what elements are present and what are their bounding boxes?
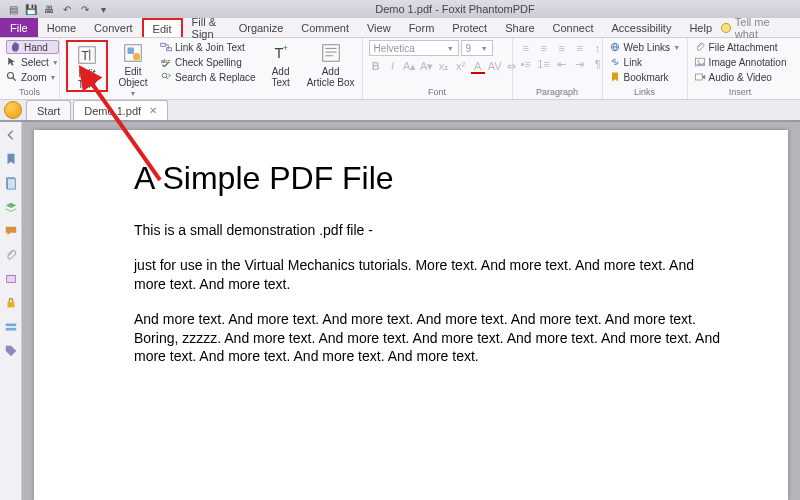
bookmark-button[interactable]: Bookmark bbox=[609, 70, 680, 84]
qat-print-icon[interactable]: 🖶 bbox=[42, 2, 56, 16]
font-color-button[interactable]: A bbox=[471, 60, 485, 74]
indent-button[interactable]: ⇥ bbox=[573, 58, 587, 71]
qat-undo-icon[interactable]: ↶ bbox=[60, 2, 74, 16]
image-annotation-button[interactable]: Image Annotation bbox=[694, 55, 787, 69]
tab-form[interactable]: Form bbox=[400, 18, 444, 37]
align-right-button[interactable]: ≡ bbox=[555, 42, 569, 54]
spacing-button[interactable]: AV bbox=[488, 60, 502, 74]
search-replace-button[interactable]: Search & Replace bbox=[160, 70, 256, 84]
doc-tab-start-label: Start bbox=[37, 105, 60, 117]
layers-panel-icon[interactable] bbox=[4, 200, 18, 214]
svg-rect-6 bbox=[128, 48, 134, 54]
zoom-tool-button[interactable]: Zoom▼ bbox=[6, 70, 59, 84]
add-article-box-button[interactable]: Add Article Box bbox=[306, 40, 356, 88]
link-join-text-button[interactable]: Link & Join Text bbox=[160, 40, 256, 54]
doc-tab-demo1[interactable]: Demo 1.pdf ✕ bbox=[73, 100, 168, 120]
fields-panel-icon[interactable] bbox=[4, 320, 18, 334]
spelling-label: Check Spelling bbox=[175, 57, 242, 68]
signatures-panel-icon[interactable] bbox=[4, 272, 18, 286]
nav-collapse-icon[interactable] bbox=[4, 128, 18, 142]
add-text-button[interactable]: T+ Add Text bbox=[260, 40, 302, 88]
bookmark-icon bbox=[609, 71, 621, 83]
tab-convert[interactable]: Convert bbox=[85, 18, 142, 37]
work-area: A Simple PDF File This is a small demons… bbox=[0, 122, 800, 500]
font-size-select[interactable]: 9▼ bbox=[461, 40, 493, 56]
doc-paragraph-2: just for use in the Virtual Mechanics tu… bbox=[134, 256, 728, 294]
svg-rect-24 bbox=[695, 74, 702, 80]
menu-tabs: Home Convert Edit Fill & Sign Organize C… bbox=[38, 18, 721, 37]
tab-share[interactable]: Share bbox=[496, 18, 543, 37]
bookmarks-panel-icon[interactable] bbox=[4, 152, 18, 166]
group-links-label: Links bbox=[609, 87, 681, 99]
group-font-label: Font bbox=[369, 87, 506, 99]
font-name-select[interactable]: Helvetica▼ bbox=[369, 40, 459, 56]
qat-dropdown-icon[interactable]: ▾ bbox=[96, 2, 110, 16]
qat-redo-icon[interactable]: ↷ bbox=[78, 2, 92, 16]
doc-paragraph-1: This is a small demonstration .pdf file … bbox=[134, 221, 728, 240]
comments-panel-icon[interactable] bbox=[4, 224, 18, 238]
app-orb-icon[interactable] bbox=[4, 101, 22, 119]
link-label: Link bbox=[624, 57, 642, 68]
svg-rect-26 bbox=[7, 179, 15, 190]
svg-point-23 bbox=[697, 60, 699, 62]
align-center-button[interactable]: ≡ bbox=[537, 42, 551, 54]
bullet-list-button[interactable]: •≡ bbox=[519, 58, 533, 71]
tab-accessibility[interactable]: Accessibility bbox=[603, 18, 681, 37]
audio-video-label: Audio & Video bbox=[709, 72, 772, 83]
doc-tab-demo1-label: Demo 1.pdf bbox=[84, 105, 141, 117]
font-size-value: 9 bbox=[466, 43, 472, 54]
tab-view[interactable]: View bbox=[358, 18, 400, 37]
number-list-button[interactable]: 1≡ bbox=[537, 58, 551, 71]
attachments-panel-icon[interactable] bbox=[4, 248, 18, 262]
tell-me-search[interactable]: Tell me what bbox=[721, 18, 800, 37]
justify-button[interactable]: ≡ bbox=[573, 42, 587, 54]
title-bar: ▤ 💾 🖶 ↶ ↷ ▾ Demo 1.pdf - Foxit PhantomPD… bbox=[0, 0, 800, 18]
web-links-button[interactable]: Web Links▼ bbox=[609, 40, 680, 54]
quick-access-toolbar: ▤ 💾 🖶 ↶ ↷ ▾ bbox=[0, 2, 110, 16]
tab-connect[interactable]: Connect bbox=[544, 18, 603, 37]
tab-protect[interactable]: Protect bbox=[443, 18, 496, 37]
edit-object-icon bbox=[122, 42, 144, 64]
file-menu-button[interactable]: File bbox=[0, 18, 38, 37]
subscript-button[interactable]: x₂ bbox=[437, 60, 451, 74]
tab-comment[interactable]: Comment bbox=[292, 18, 358, 37]
group-tools: Hand Select▼ Zoom▼ Tools bbox=[0, 38, 60, 99]
edit-text-button[interactable]: T Edit Text bbox=[66, 40, 108, 92]
tab-help[interactable]: Help bbox=[680, 18, 721, 37]
svg-point-7 bbox=[133, 53, 140, 60]
hand-tool-button[interactable]: Hand bbox=[6, 40, 59, 54]
close-tab-icon[interactable]: ✕ bbox=[149, 105, 157, 116]
check-spelling-button[interactable]: abc Check Spelling bbox=[160, 55, 256, 69]
tags-panel-icon[interactable] bbox=[4, 344, 18, 358]
add-text-icon: T+ bbox=[270, 42, 292, 64]
file-attachment-button[interactable]: File Attachment bbox=[694, 40, 787, 54]
link-button[interactable]: Link bbox=[609, 55, 680, 69]
shrink-font-button[interactable]: A▾ bbox=[420, 60, 434, 74]
font-name-value: Helvetica bbox=[374, 43, 415, 54]
select-tool-button[interactable]: Select▼ bbox=[6, 55, 59, 69]
svg-rect-28 bbox=[7, 302, 14, 307]
superscript-button[interactable]: x² bbox=[454, 60, 468, 74]
qat-open-icon[interactable]: ▤ bbox=[6, 2, 20, 16]
qat-save-icon[interactable]: 💾 bbox=[24, 2, 38, 16]
tab-organize[interactable]: Organize bbox=[230, 18, 293, 37]
image-icon bbox=[694, 56, 706, 68]
ribbon: Hand Select▼ Zoom▼ Tools T Edit Text bbox=[0, 38, 800, 100]
doc-tab-start[interactable]: Start bbox=[26, 100, 71, 120]
doc-heading: A Simple PDF File bbox=[134, 160, 728, 197]
align-left-button[interactable]: ≡ bbox=[519, 42, 533, 54]
grow-font-button[interactable]: A▴ bbox=[403, 60, 417, 74]
italic-button[interactable]: I bbox=[386, 60, 400, 74]
tab-edit[interactable]: Edit bbox=[142, 18, 183, 37]
tab-fill-sign[interactable]: Fill & Sign bbox=[183, 18, 230, 37]
image-annotation-label: Image Annotation bbox=[709, 57, 787, 68]
security-panel-icon[interactable] bbox=[4, 296, 18, 310]
group-tools-label: Tools bbox=[6, 87, 53, 99]
group-insert-label: Insert bbox=[694, 87, 787, 99]
outdent-button[interactable]: ⇤ bbox=[555, 58, 569, 71]
pages-panel-icon[interactable] bbox=[4, 176, 18, 190]
audio-video-button[interactable]: Audio & Video bbox=[694, 70, 787, 84]
edit-object-button[interactable]: Edit Object▼ bbox=[112, 40, 154, 99]
tab-home[interactable]: Home bbox=[38, 18, 85, 37]
bold-button[interactable]: B bbox=[369, 60, 383, 74]
